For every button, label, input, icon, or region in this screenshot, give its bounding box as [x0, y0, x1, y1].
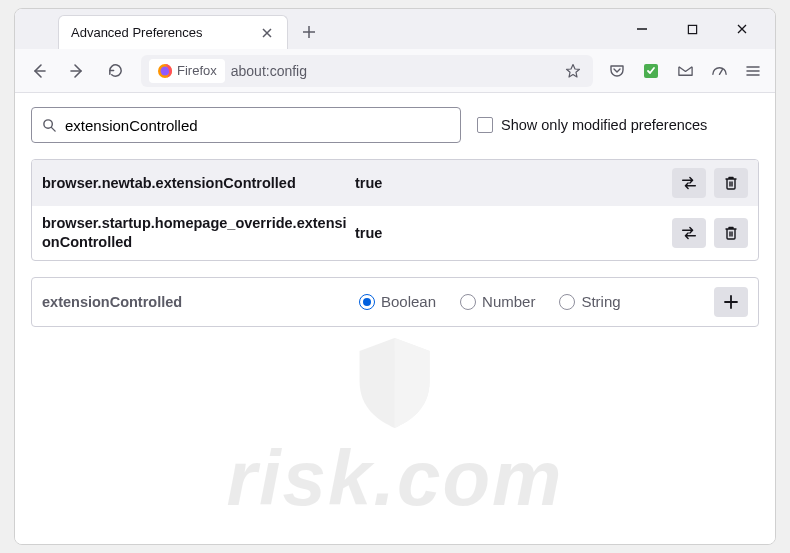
search-row: Show only modified preferences	[31, 107, 759, 143]
window-close-button[interactable]	[725, 14, 759, 44]
delete-button[interactable]	[714, 168, 748, 198]
window-controls	[625, 9, 771, 49]
add-pref-name: extensionControlled	[42, 294, 347, 310]
firefox-logo-icon	[157, 63, 173, 79]
maximize-button[interactable]	[675, 14, 709, 44]
watermark-text: risk.com	[227, 433, 564, 524]
extension-icon[interactable]	[637, 57, 665, 85]
search-box[interactable]	[31, 107, 461, 143]
show-modified-checkbox[interactable]: Show only modified preferences	[477, 117, 707, 133]
radio-label: String	[581, 293, 620, 310]
radio-number[interactable]: Number	[460, 293, 535, 310]
pref-name: browser.startup.homepage_override.extens…	[42, 214, 347, 252]
pocket-button[interactable]	[603, 57, 631, 85]
radio-label: Boolean	[381, 293, 436, 310]
radio-dot	[460, 294, 476, 310]
svg-rect-0	[688, 25, 696, 33]
radio-dot	[559, 294, 575, 310]
pref-actions	[672, 168, 748, 198]
pref-actions	[672, 218, 748, 248]
url-text: about:config	[231, 63, 555, 79]
watermark: risk.com	[227, 333, 564, 524]
url-bar[interactable]: Firefox about:config	[141, 55, 593, 87]
content-area: risk.com Show only modified preferences …	[15, 93, 775, 544]
back-button[interactable]	[23, 55, 55, 87]
tab-active[interactable]: Advanced Preferences	[58, 15, 288, 49]
nav-toolbar: Firefox about:config	[15, 49, 775, 93]
delete-button[interactable]	[714, 218, 748, 248]
tab-title: Advanced Preferences	[71, 25, 251, 40]
radio-string[interactable]: String	[559, 293, 620, 310]
mail-icon[interactable]	[671, 57, 699, 85]
shield-icon	[350, 333, 440, 433]
radio-label: Number	[482, 293, 535, 310]
identity-label: Firefox	[177, 63, 217, 78]
tab-strip: Advanced Preferences	[23, 9, 324, 49]
app-menu-button[interactable]	[739, 57, 767, 85]
identity-box[interactable]: Firefox	[149, 59, 225, 83]
minimize-button[interactable]	[625, 14, 659, 44]
bookmark-star-button[interactable]	[561, 63, 585, 79]
pref-row: browser.startup.homepage_override.extens…	[32, 206, 758, 260]
titlebar: Advanced Preferences	[15, 9, 775, 49]
pref-name: browser.newtab.extensionControlled	[42, 174, 347, 193]
pref-row: browser.newtab.extensionControlled true	[32, 160, 758, 206]
forward-button[interactable]	[61, 55, 93, 87]
radio-boolean[interactable]: Boolean	[359, 293, 436, 310]
pref-value: true	[355, 175, 664, 191]
tab-close-button[interactable]	[259, 25, 275, 41]
toggle-button[interactable]	[672, 218, 706, 248]
search-input[interactable]	[65, 117, 450, 134]
add-button[interactable]	[714, 287, 748, 317]
type-radio-group: Boolean Number String	[359, 293, 702, 310]
preferences-list: browser.newtab.extensionControlled true …	[31, 159, 759, 261]
browser-window: Advanced Preferences	[14, 8, 776, 545]
show-modified-label: Show only modified preferences	[501, 117, 707, 133]
gauge-icon[interactable]	[705, 57, 733, 85]
toggle-button[interactable]	[672, 168, 706, 198]
add-preference-panel: extensionControlled Boolean Number Strin…	[31, 277, 759, 327]
checkbox-box	[477, 117, 493, 133]
pref-value: true	[355, 225, 664, 241]
new-tab-button[interactable]	[294, 17, 324, 47]
radio-dot	[359, 294, 375, 310]
reload-button[interactable]	[99, 55, 131, 87]
search-icon	[42, 118, 57, 133]
